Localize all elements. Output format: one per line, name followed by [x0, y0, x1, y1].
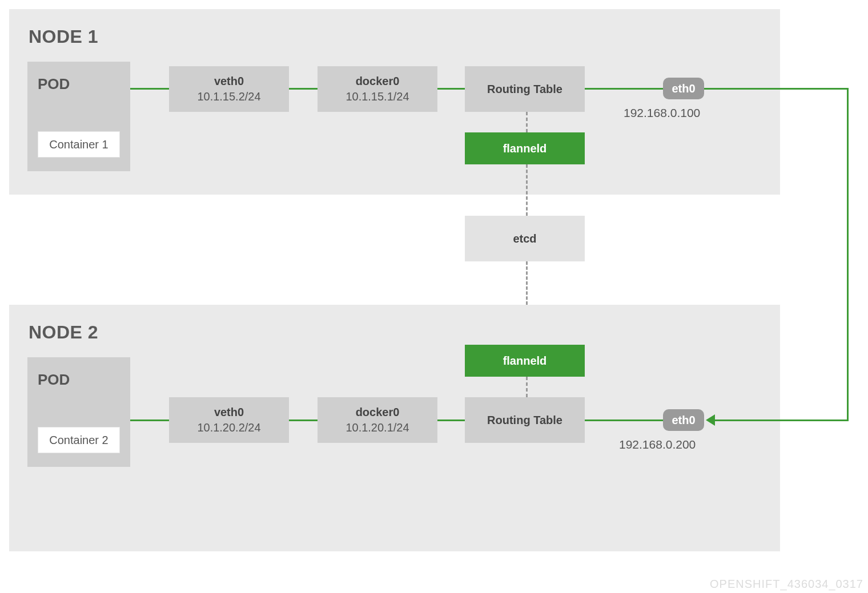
node1-docker-addr: 10.1.15.1/24 [345, 90, 409, 103]
node1-veth-name: veth0 [214, 75, 244, 88]
flanneld1-etcd-dash [526, 164, 528, 216]
node2-conn-pod-veth [130, 419, 169, 421]
node2-eth-badge: eth0 [663, 409, 704, 431]
node1-panel: NODE 1 POD Container 1 veth0 10.1.15.2/2… [9, 9, 780, 195]
outer-top-h [704, 88, 849, 90]
node1-docker: docker0 10.1.15.1/24 [318, 66, 437, 112]
node2-docker-addr: 10.1.20.1/24 [345, 421, 409, 434]
node1-eth-badge: eth0 [663, 78, 704, 99]
node2-routing: Routing Table [465, 397, 585, 443]
outer-bot-h [715, 419, 849, 421]
etcd-box: etcd [465, 216, 585, 261]
node2-docker: docker0 10.1.20.1/24 [318, 397, 437, 443]
node1-eth-addr: 192.168.0.100 [624, 106, 700, 120]
node2-pod-label: POD [38, 371, 70, 389]
node2-eth-addr: 192.168.0.200 [619, 438, 696, 451]
node2-veth-addr: 10.1.20.2/24 [197, 421, 260, 434]
node1-docker-name: docker0 [356, 75, 400, 88]
node2-docker-name: docker0 [356, 406, 400, 419]
node1-veth: veth0 10.1.15.2/24 [169, 66, 289, 112]
node2-flanneld-routing-dash [526, 377, 528, 397]
node1-conn-veth-docker [289, 88, 318, 90]
node2-veth: veth0 10.1.20.2/24 [169, 397, 289, 443]
node1-container: Container 1 [38, 131, 120, 158]
node1-flanneld: flanneld [465, 132, 585, 164]
node1-pod: POD Container 1 [27, 62, 130, 171]
node2-title: NODE 2 [29, 322, 98, 343]
node2-pod: POD Container 2 [27, 357, 130, 467]
node2-conn-veth-docker [289, 419, 318, 421]
outer-arrow-into-eth2 [706, 414, 715, 426]
node2-conn-docker-routing [437, 419, 465, 421]
node1-conn-docker-routing [437, 88, 465, 90]
outer-v [847, 88, 849, 421]
node1-veth-addr: 10.1.15.2/24 [197, 90, 260, 103]
node1-title: NODE 1 [29, 26, 98, 47]
node2-veth-name: veth0 [214, 406, 244, 419]
node2-container: Container 2 [38, 427, 120, 453]
watermark: OPENSHIFT_436034_0317 [710, 578, 863, 591]
node2-flanneld: flanneld [465, 345, 585, 377]
node1-routing: Routing Table [465, 66, 585, 112]
node1-pod-label: POD [38, 75, 70, 93]
node1-routing-flanneld-dash [526, 112, 528, 132]
node1-conn-pod-veth [130, 88, 169, 90]
